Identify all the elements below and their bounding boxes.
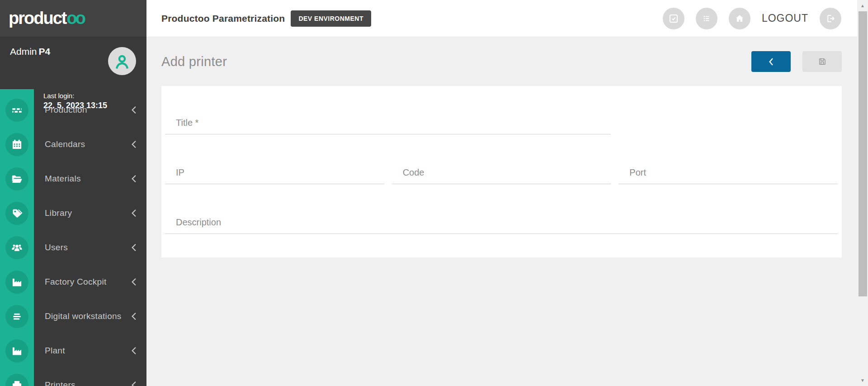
- lines-icon: [5, 305, 28, 328]
- avatar: [108, 47, 136, 75]
- sidebar-item-label: Factory Cockpit: [45, 277, 106, 287]
- title-input[interactable]: [165, 118, 611, 134]
- code-field: [392, 167, 611, 184]
- code-input[interactable]: [392, 167, 611, 184]
- sidebar-item-users[interactable]: Users: [0, 230, 146, 265]
- save-button[interactable]: [802, 51, 842, 72]
- add-printer-form-card: [161, 86, 842, 257]
- chevron-left-icon: [131, 209, 137, 217]
- description-input[interactable]: [165, 217, 838, 234]
- home-icon[interactable]: [729, 8, 750, 29]
- check-square-icon[interactable]: [663, 8, 684, 29]
- ip-field: [165, 167, 384, 184]
- sidebar-item-label: Plant: [45, 346, 65, 356]
- chevron-left-icon: [768, 57, 774, 67]
- factory-icon: [5, 271, 28, 294]
- sidebar-item-label: Library: [45, 208, 72, 218]
- port-input[interactable]: [618, 167, 838, 184]
- back-button[interactable]: [751, 51, 791, 72]
- page-actions: [751, 51, 842, 72]
- sidebar-item-production[interactable]: Production: [0, 93, 146, 127]
- page-title: Add printer: [161, 54, 227, 69]
- page-head: Add printer: [146, 37, 857, 86]
- chevron-left-icon: [131, 381, 137, 386]
- sidebar-item-factory-cockpit[interactable]: Factory Cockpit: [0, 265, 146, 299]
- logo-text: product: [9, 9, 66, 28]
- folder-open-icon: [5, 167, 28, 191]
- sidebar-item-printers[interactable]: Printers: [0, 368, 146, 386]
- calendar-icon: [5, 133, 28, 156]
- scrollbar-thumb[interactable]: [859, 11, 867, 296]
- app-title: Productoo Parametrization: [161, 13, 285, 24]
- scroll-up-arrow-icon[interactable]: [857, 0, 868, 11]
- scroll-down-arrow-icon[interactable]: [857, 375, 868, 386]
- tag-icon: [5, 202, 28, 225]
- chevron-left-icon: [131, 140, 137, 148]
- description-field: [165, 217, 838, 234]
- logout-button[interactable]: LOGOUT: [762, 12, 808, 24]
- form-grid: [165, 118, 838, 234]
- sidebar-item-plant[interactable]: Plant: [0, 334, 146, 368]
- chevron-left-icon: [131, 106, 137, 114]
- sidebar-item-label: Digital workstations: [45, 311, 122, 321]
- list-icon[interactable]: [696, 8, 717, 29]
- chevron-left-icon: [131, 278, 137, 286]
- sidebar-item-library[interactable]: Library: [0, 196, 146, 230]
- logo-accent: oo: [66, 9, 84, 28]
- sidebar-item-label: Production: [45, 105, 87, 115]
- sidebar: productoo AdminP4 Last login: 22. 5. 202…: [0, 0, 146, 386]
- chevron-left-icon: [131, 175, 137, 183]
- chevron-left-icon: [131, 312, 137, 320]
- user-name: AdminP4: [10, 46, 50, 57]
- port-field: [618, 167, 838, 184]
- sidebar-item-label: Materials: [45, 174, 81, 184]
- save-floppy-icon: [818, 57, 827, 66]
- sidebar-item-label: Users: [45, 243, 68, 253]
- chevron-left-icon: [131, 347, 137, 355]
- printer-icon: [5, 374, 28, 386]
- user-avatar-icon: [112, 51, 132, 71]
- environment-badge: DEV ENVIRONMENT: [291, 10, 371, 27]
- users-icon: [5, 236, 28, 259]
- conveyor-icon: [5, 99, 28, 122]
- chevron-left-icon: [131, 243, 137, 252]
- user-name-bold: P4: [39, 46, 51, 57]
- header-actions: LOGOUT: [663, 8, 841, 29]
- main-content: Add printer: [146, 37, 857, 386]
- sidebar-item-digital-workstations[interactable]: Digital workstations: [0, 299, 146, 334]
- sidebar-item-materials[interactable]: Materials: [0, 162, 146, 196]
- ip-input[interactable]: [165, 167, 384, 184]
- sidebar-nav: Production Calendars Materials Library: [0, 89, 146, 386]
- user-panel: AdminP4 Last login: 22. 5. 2023 13:15: [0, 37, 146, 89]
- grid-spacer: [618, 118, 838, 134]
- sign-out-icon[interactable]: [820, 8, 841, 29]
- vertical-scrollbar: [857, 0, 868, 386]
- sidebar-item-label: Calendars: [45, 139, 85, 149]
- app-logo[interactable]: productoo: [0, 0, 146, 37]
- sidebar-item-calendars[interactable]: Calendars: [0, 127, 146, 162]
- title-field: [165, 118, 611, 134]
- sidebar-item-label: Printers: [45, 380, 75, 386]
- factory-icon: [5, 339, 28, 362]
- top-header: Productoo Parametrization DEV ENVIRONMEN…: [146, 0, 857, 37]
